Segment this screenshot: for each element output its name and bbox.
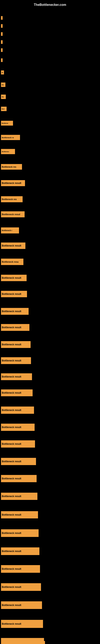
bar-item: Bottleneck result (1, 458, 36, 465)
bar-item (1, 16, 2, 20)
bar-label: Bottleneck res (1, 164, 22, 170)
bar-label: Bottleneck res (1, 196, 23, 202)
bar-label (1, 48, 2, 52)
bar-item: Bo (1, 82, 5, 87)
bar-label: Bottleneck result (1, 548, 39, 555)
bar-item: Bottleneck res (1, 164, 22, 170)
bar-item: Bottleneck result (1, 475, 37, 482)
bar-label: Bottleneck result (1, 458, 36, 465)
bar-item: Bottleneck result (1, 511, 38, 518)
bar-label: B (1, 70, 4, 74)
bar-label (1, 58, 2, 62)
bar-label: Bottleneck result (1, 275, 27, 281)
bar-item: Bottleneck result (1, 583, 41, 591)
bar-item: Bottleneck result (1, 406, 34, 414)
bar-item (1, 40, 2, 44)
bar-item (1, 58, 2, 62)
bar-label (1, 40, 2, 44)
bar-item: Bottleneck re (1, 135, 20, 140)
bar-item: Bottleneck resu (1, 258, 23, 265)
bar-label: Bottleneck result (1, 511, 38, 518)
bar-label: Bottleneck result (1, 242, 25, 249)
bar-item: Bottleneck result (1, 180, 25, 186)
bar-item: Bottleneck result (1, 357, 31, 364)
bar-item: Bottleneck result (1, 242, 25, 249)
bar-label: Bottleneck result (1, 475, 37, 482)
bar-label: Bottleneck result (1, 291, 27, 297)
bar-item: Bottleneck result (1, 641, 45, 644)
bar-item: Bottleneck result (1, 324, 29, 331)
bar-item: Bottleneck result (1, 440, 35, 448)
bar-label: Bottleneck result (1, 324, 29, 331)
bar-label: Bottleneck result (1, 406, 34, 414)
bar-label: Bottleneck result (1, 341, 31, 348)
bar-label (1, 32, 2, 36)
bar-label: Bottleneck result (1, 390, 33, 396)
bar-item: Bottleneck result (1, 308, 29, 315)
bar-label: Bottleneck result (1, 565, 40, 573)
bar-label: Bottleneck resu (1, 258, 23, 265)
bar-label: Bottleneck result (1, 601, 42, 609)
bar-label (1, 24, 2, 28)
bar-label: Bot (1, 107, 7, 111)
bar-item: Bottleneck result (1, 373, 32, 380)
bar-label: Bottleneck result (1, 440, 35, 448)
bar-item: Bottleneck result (1, 601, 42, 609)
bar-item: Bottleneck result (1, 565, 40, 573)
bar-label: Bo (1, 94, 6, 99)
bar-item: Bottleneck result (1, 620, 43, 628)
bar-item (1, 32, 2, 36)
bar-item: Bottleneck r (1, 228, 19, 234)
bar-item: Bottleneck res (1, 196, 23, 202)
bar-label: Bottleneck result (1, 583, 41, 591)
bar-label: Bottleneck result (1, 357, 31, 364)
bar-item: Bo (1, 94, 6, 99)
bar-label: Bottleneck result (1, 620, 43, 628)
bar-item: Bottleneck result (1, 390, 33, 396)
bar-item: Bottleneck result (1, 548, 39, 555)
bar-item: Bottleneck result (1, 529, 39, 537)
bar-item: Bot (1, 107, 7, 111)
bar-item (1, 24, 2, 28)
bar-label: Bottleneck result (1, 373, 32, 380)
bar-label: Bottlenec (1, 149, 15, 154)
bar-label: Bottlene (1, 121, 13, 126)
bar-item: Bottlenec (1, 149, 15, 154)
bar-item (1, 48, 2, 52)
bar-item: Bottleneck result (1, 291, 27, 297)
bar-item: Bottleneck result (1, 341, 31, 348)
bar-item: Bottleneck resul (1, 211, 25, 217)
bar-label: Bottleneck result (1, 493, 37, 500)
bar-label: Bottleneck result (1, 641, 45, 644)
bar-label: Bottleneck result (1, 180, 25, 186)
bar-label: Bottleneck result (1, 424, 35, 431)
bar-label: Bottleneck resul (1, 211, 25, 217)
bar-item: Bottleneck result (1, 275, 27, 281)
bar-label: Bottleneck result (1, 308, 29, 315)
bar-label: Bo (1, 82, 5, 87)
bar-label (1, 16, 2, 20)
site-title: TheBottlenecker.com (0, 1, 100, 8)
bar-label: Bottleneck r (1, 228, 19, 234)
bar-label: Bottleneck result (1, 529, 39, 537)
bar-label: Bottleneck re (1, 135, 20, 140)
bar-item: Bottlene (1, 121, 13, 126)
bar-item: B (1, 70, 4, 74)
bar-item: Bottleneck result (1, 424, 35, 431)
bar-item: Bottleneck result (1, 493, 37, 500)
